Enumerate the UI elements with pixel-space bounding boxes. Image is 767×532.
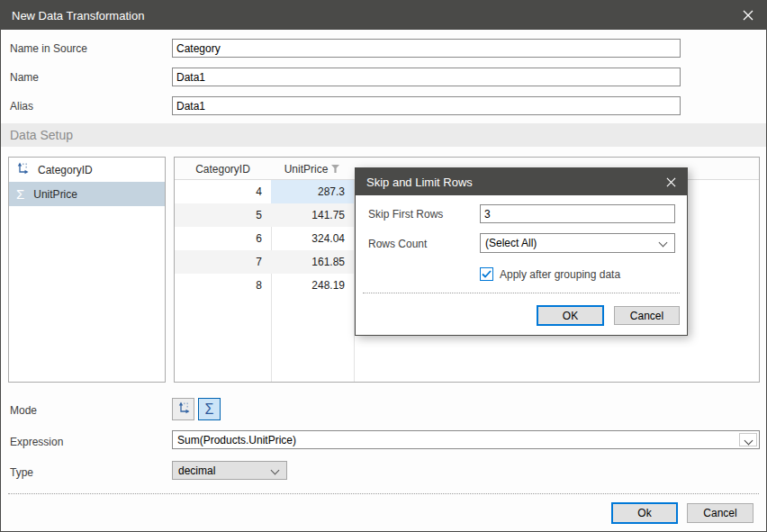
skip-first-rows-input[interactable] bbox=[480, 204, 675, 223]
name-in-source-label: Name in Source bbox=[10, 42, 87, 55]
dialog-separator bbox=[363, 293, 680, 293]
chevron-down-icon bbox=[659, 239, 668, 248]
name-label: Name bbox=[10, 71, 39, 84]
skip-and-limit-rows-dialog: Skip and Limit Rows Skip First Rows Rows… bbox=[355, 167, 688, 336]
type-dropdown[interactable]: decimal bbox=[172, 461, 287, 480]
dialog-titlebar: Skip and Limit Rows bbox=[356, 168, 687, 195]
dimension-icon bbox=[16, 162, 29, 177]
filter-icon[interactable] bbox=[331, 165, 340, 173]
expression-value: Sum(Products.UnitPrice) bbox=[177, 434, 296, 446]
expression-combobox[interactable]: Sum(Products.UnitPrice) bbox=[172, 430, 760, 449]
sigma-icon: Σ bbox=[205, 401, 214, 418]
expression-dropdown-button[interactable] bbox=[739, 433, 757, 446]
close-icon[interactable] bbox=[739, 6, 757, 24]
dimension-icon bbox=[177, 401, 190, 417]
rows-count-dropdown[interactable]: (Select All) bbox=[480, 233, 675, 253]
alias-label: Alias bbox=[10, 100, 33, 113]
grid-header-categoryid[interactable]: CategoryID bbox=[175, 158, 271, 180]
chevron-down-icon bbox=[744, 437, 753, 446]
footer-separator bbox=[8, 493, 759, 494]
expression-label: Expression bbox=[10, 436, 63, 448]
window-titlebar: New Data Transformation bbox=[1, 1, 766, 30]
window-title: New Data Transformation bbox=[12, 9, 144, 23]
skip-first-rows-label: Skip First Rows bbox=[368, 208, 443, 221]
rows-count-value: (Select All) bbox=[485, 237, 537, 249]
name-input[interactable] bbox=[172, 68, 681, 86]
type-value: decimal bbox=[178, 464, 215, 477]
name-in-source-input[interactable] bbox=[172, 39, 681, 58]
ok-button[interactable]: Ok bbox=[611, 502, 678, 524]
list-item-unitprice[interactable]: Σ UnitPrice bbox=[9, 182, 165, 206]
dialog-close-icon[interactable] bbox=[662, 173, 680, 191]
dialog-cancel-button[interactable]: Cancel bbox=[614, 306, 680, 325]
new-data-transformation-window: New Data Transformation Name in Source N… bbox=[0, 0, 767, 532]
grid-header-unitprice[interactable]: UnitPrice bbox=[271, 158, 354, 180]
data-setup-label: Data Setup bbox=[10, 128, 73, 142]
alias-input[interactable] bbox=[172, 96, 681, 115]
sigma-icon: Σ bbox=[16, 187, 24, 201]
mode-label: Mode bbox=[10, 404, 37, 417]
mode-sigma-button[interactable]: Σ bbox=[198, 398, 221, 420]
data-setup-section-header: Data Setup bbox=[1, 123, 766, 147]
rows-count-label: Rows Count bbox=[368, 238, 427, 250]
list-item-label: CategoryID bbox=[38, 164, 93, 176]
list-item-label: UnitPrice bbox=[33, 188, 77, 201]
selected-cell[interactable]: 287.3 bbox=[271, 180, 354, 203]
mode-dimension-button[interactable] bbox=[172, 398, 194, 420]
chevron-down-icon bbox=[271, 466, 280, 475]
cancel-button[interactable]: Cancel bbox=[687, 503, 753, 523]
list-item-categoryid[interactable]: CategoryID bbox=[9, 158, 165, 182]
dialog-ok-button[interactable]: OK bbox=[537, 305, 604, 326]
dialog-title: Skip and Limit Rows bbox=[366, 176, 473, 189]
apply-after-grouping-label: Apply after grouping data bbox=[500, 268, 620, 281]
type-label: Type bbox=[10, 466, 33, 479]
apply-after-grouping-checkbox[interactable] bbox=[480, 267, 493, 281]
field-list: CategoryID Σ UnitPrice bbox=[8, 157, 166, 383]
